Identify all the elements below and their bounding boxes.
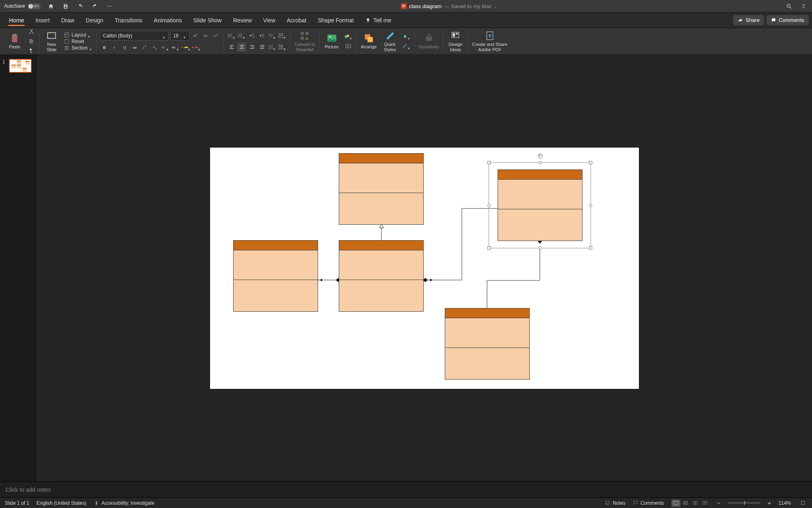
comments-button[interactable]: Comments (767, 15, 809, 25)
quick-styles-button[interactable]: Quick Styles (381, 30, 399, 52)
document-title[interactable]: class diagram (409, 3, 442, 9)
highlight-icon[interactable]: A (181, 43, 190, 52)
slide-thumbnail[interactable]: 1 (2, 59, 34, 73)
tab-home[interactable]: Home (3, 13, 30, 28)
italic-icon[interactable]: I (110, 43, 119, 52)
normal-view-icon[interactable] (671, 499, 680, 507)
class-box[interactable] (339, 240, 424, 312)
picture-button[interactable]: Picture (323, 32, 341, 50)
design-ideas-button[interactable]: Design Ideas (446, 30, 464, 52)
redo-icon[interactable] (90, 2, 99, 11)
convert-smartart-button[interactable]: Convert to SmartArt (294, 30, 316, 52)
reset-button[interactable]: Reset (64, 39, 93, 44)
home-icon[interactable] (46, 2, 55, 11)
resize-handle[interactable] (487, 204, 491, 207)
tab-view[interactable]: View (258, 13, 281, 28)
textbox-icon[interactable]: A (344, 42, 353, 51)
section-button[interactable]: Section (64, 45, 93, 51)
resize-handle[interactable] (589, 161, 592, 164)
underline-icon[interactable]: U (120, 43, 129, 52)
resize-handle[interactable] (589, 246, 592, 250)
tab-insert[interactable]: Insert (30, 13, 55, 28)
resize-handle[interactable] (487, 246, 491, 250)
clear-formatting-icon[interactable]: A (211, 31, 220, 40)
bullets-icon[interactable] (227, 31, 236, 40)
tab-draw[interactable]: Draw (55, 13, 80, 28)
slideshow-view-icon[interactable] (701, 499, 710, 507)
align-text-icon[interactable] (278, 31, 287, 40)
copy-icon[interactable] (27, 37, 36, 46)
accessibility-button[interactable]: Accessibility: Investigate (94, 500, 154, 506)
decrease-font-icon[interactable]: A▾ (201, 31, 210, 40)
resize-handle[interactable] (487, 161, 491, 164)
new-slide-button[interactable]: New Slide (43, 30, 61, 52)
share-button[interactable]: Share (733, 15, 764, 25)
increase-font-icon[interactable]: A▴ (191, 31, 200, 40)
comments-toggle[interactable]: Comments (633, 500, 664, 506)
tab-acrobat[interactable]: Acrobat (281, 13, 312, 28)
slide-canvas[interactable] (37, 55, 812, 481)
zoom-out-icon[interactable]: − (717, 499, 721, 506)
slide-thumbnail-panel[interactable]: 1 (0, 55, 37, 481)
share-toolbar-icon[interactable] (799, 2, 808, 11)
search-icon[interactable] (784, 2, 793, 11)
notes-pane[interactable]: Click to add notes (0, 481, 812, 497)
tab-shape-format[interactable]: Shape Format (312, 13, 359, 28)
increase-indent-icon[interactable] (258, 31, 266, 40)
tab-slide-show[interactable]: Slide Show (188, 13, 227, 28)
language-button[interactable]: English (United States) (37, 500, 87, 506)
change-case-icon[interactable]: Aa (171, 43, 180, 52)
font-color-icon[interactable]: A (191, 43, 200, 52)
align-left-icon[interactable] (227, 43, 236, 52)
arrange-button[interactable]: Arrange (360, 32, 378, 50)
line-spacing-icon[interactable] (268, 43, 277, 52)
resize-handle[interactable] (589, 204, 592, 207)
align-center-icon[interactable] (237, 43, 246, 52)
slide-counter[interactable]: Slide 1 of 1 (5, 500, 29, 506)
resize-handle[interactable] (539, 246, 542, 250)
font-name-combo[interactable]: Calibri (Body) (100, 31, 169, 41)
text-direction-icon[interactable] (268, 31, 277, 40)
class-box[interactable] (339, 153, 424, 225)
paste-button[interactable]: Paste (6, 32, 24, 50)
class-box-selected[interactable] (498, 169, 582, 241)
zoom-level[interactable]: 114% (778, 500, 791, 506)
justify-icon[interactable] (258, 43, 266, 52)
toggle-switch-icon[interactable]: OFF (28, 3, 41, 9)
tab-design[interactable]: Design (80, 13, 109, 28)
slide[interactable] (210, 148, 639, 389)
chevron-down-icon[interactable]: ⌄ (494, 4, 497, 9)
strikethrough-icon[interactable]: ab (130, 43, 139, 52)
save-icon[interactable] (61, 2, 70, 11)
cut-icon[interactable] (27, 27, 36, 36)
shape-outline-icon[interactable] (402, 42, 411, 51)
class-box[interactable] (445, 308, 530, 380)
columns-icon[interactable] (278, 43, 287, 52)
zoom-in-icon[interactable]: + (768, 499, 771, 506)
subscript-icon[interactable]: x2 (151, 43, 160, 52)
autosave-toggle[interactable]: AutoSave OFF (4, 3, 41, 9)
sensitivity-button[interactable]: Sensitivity (418, 32, 440, 50)
undo-icon[interactable] (76, 2, 84, 11)
bold-icon[interactable]: B (100, 43, 109, 52)
fit-to-window-icon[interactable] (798, 499, 807, 507)
shapes-icon[interactable] (344, 32, 353, 41)
align-right-icon[interactable] (247, 43, 256, 52)
notes-toggle[interactable]: Notes (605, 500, 625, 506)
character-spacing-icon[interactable]: AV (161, 43, 170, 52)
resize-handle[interactable] (539, 161, 542, 164)
shape-fill-icon[interactable] (402, 32, 411, 41)
font-size-combo[interactable]: 18 (170, 31, 190, 41)
format-painter-icon[interactable] (27, 47, 36, 56)
slide-sorter-icon[interactable] (681, 499, 690, 507)
rotate-handle-icon[interactable] (538, 154, 543, 158)
tab-animations[interactable]: Animations (148, 13, 188, 28)
tab-review[interactable]: Review (227, 13, 258, 28)
superscript-icon[interactable]: x2 (141, 43, 149, 52)
tell-me-search[interactable]: Tell me (359, 13, 397, 28)
decrease-indent-icon[interactable] (247, 31, 256, 40)
tab-transitions[interactable]: Transitions (109, 13, 148, 28)
layout-button[interactable]: Layout (64, 32, 93, 38)
zoom-slider[interactable] (728, 502, 760, 504)
class-box[interactable] (233, 240, 318, 312)
